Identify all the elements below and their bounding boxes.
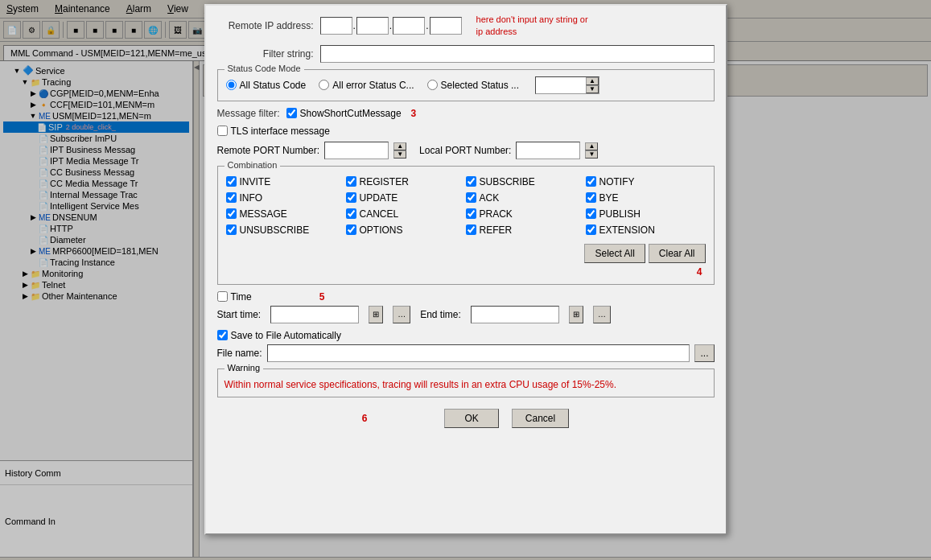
time-checkbox[interactable]: Time bbox=[217, 291, 252, 303]
remote-port-label: Remote PORT Number: bbox=[217, 145, 320, 156]
show-shortcut-input[interactable] bbox=[286, 108, 297, 118]
local-port-item: Local PORT Number: 0 ▲ ▼ bbox=[419, 142, 598, 159]
combo-register[interactable]: REGISTER bbox=[346, 176, 466, 187]
combination-num-badge-row: 4 bbox=[226, 266, 706, 278]
start-time-cal-btn[interactable]: … bbox=[393, 306, 410, 323]
combo-options-input[interactable] bbox=[346, 224, 356, 235]
combo-unsubscribe[interactable]: UNSUBSCRIBE bbox=[226, 224, 346, 236]
combo-message-input[interactable] bbox=[226, 208, 237, 219]
remote-port-down-icon[interactable]: ▼ bbox=[393, 150, 406, 159]
remote-port-input[interactable]: 0 bbox=[324, 142, 389, 159]
combo-ack[interactable]: ACK bbox=[466, 192, 586, 204]
combination-group: Combination INVITE REGISTER SUBSCRIBE NO… bbox=[217, 166, 715, 285]
start-time-input[interactable]: 17/01/2019 1 bbox=[270, 306, 359, 323]
filter-string-input[interactable] bbox=[320, 45, 715, 63]
combo-refer-input[interactable] bbox=[466, 224, 476, 235]
save-section: Save to File Automatically File name: D:… bbox=[217, 330, 715, 362]
radio-all-status[interactable]: All Status Code bbox=[226, 80, 307, 91]
combo-refer[interactable]: REFER bbox=[466, 224, 586, 236]
combo-prack[interactable]: PRACK bbox=[466, 208, 586, 220]
combo-notify-input[interactable] bbox=[586, 176, 596, 187]
time-checkbox-input[interactable] bbox=[217, 291, 228, 302]
combo-update-input[interactable] bbox=[346, 192, 356, 203]
start-time-spin-btn[interactable]: ⊞ bbox=[369, 306, 383, 323]
filter-string-label: Filter string: bbox=[217, 48, 314, 60]
end-time-cal-btn[interactable]: … bbox=[593, 306, 611, 323]
combo-ack-input[interactable] bbox=[466, 192, 476, 203]
combo-invite-input[interactable] bbox=[226, 176, 237, 187]
start-time-label: Start time: bbox=[217, 309, 262, 320]
radio-all-status-input[interactable] bbox=[226, 80, 237, 90]
ip-seg-3[interactable] bbox=[393, 17, 425, 35]
remote-ip-input-group: . . . bbox=[320, 17, 462, 35]
combo-extension[interactable]: EXTENSION bbox=[586, 224, 706, 236]
combo-notify[interactable]: NOTIFY bbox=[586, 176, 706, 187]
tls-label: TLS interface message bbox=[231, 126, 330, 137]
combo-info-input[interactable] bbox=[226, 192, 237, 203]
radio-selected-status[interactable]: Selected Status ... bbox=[427, 80, 519, 91]
combo-subscribe-input[interactable] bbox=[466, 176, 476, 187]
remote-port-up-icon[interactable]: ▲ bbox=[393, 142, 406, 150]
combo-register-input[interactable] bbox=[346, 176, 356, 187]
tls-row: TLS interface message bbox=[217, 126, 715, 137]
radio-selected-status-input[interactable] bbox=[427, 80, 438, 90]
remote-ip-note: here don't input any string or ip addres… bbox=[476, 14, 588, 39]
select-all-button[interactable]: Select All bbox=[584, 244, 645, 263]
combo-publish[interactable]: PUBLISH bbox=[586, 208, 706, 220]
clear-all-button[interactable]: Clear All bbox=[649, 244, 706, 263]
radio-all-error[interactable]: All error Status C... bbox=[319, 80, 414, 91]
ip-seg-2[interactable] bbox=[356, 17, 389, 35]
save-auto-label: Save to File Automatically bbox=[231, 330, 341, 341]
browse-button[interactable]: ... bbox=[694, 344, 714, 362]
time-row: Start time: 17/01/2019 1 ⊞ … End time: 1… bbox=[217, 306, 715, 323]
remote-port-item: Remote PORT Number: 0 ▲ ▼ bbox=[217, 142, 407, 159]
radio-all-error-input[interactable] bbox=[319, 80, 329, 90]
combo-update[interactable]: UPDATE bbox=[346, 192, 466, 204]
combo-invite[interactable]: INVITE bbox=[226, 176, 346, 187]
remote-port-spinner[interactable]: ▲ ▼ bbox=[393, 142, 406, 159]
file-name-input[interactable]: D:\HW iLMT\omu\workspace1\client\output\… bbox=[267, 344, 690, 362]
ip-seg-4[interactable] bbox=[430, 17, 462, 35]
combo-cancel-input[interactable] bbox=[346, 208, 356, 219]
message-filter-count: 3 bbox=[411, 108, 417, 119]
local-port-spinner[interactable]: ▲ ▼ bbox=[585, 142, 598, 159]
dialog-overlay: Remote IP address: . . . here don't inpu… bbox=[0, 0, 931, 560]
warning-title: Warning bbox=[225, 363, 264, 373]
save-auto-input[interactable] bbox=[217, 330, 228, 340]
file-name-label: File name: bbox=[217, 348, 262, 359]
show-shortcut-checkbox[interactable]: ShowShortCutMessage bbox=[286, 108, 402, 119]
combo-unsubscribe-input[interactable] bbox=[226, 224, 237, 235]
combo-bye-input[interactable] bbox=[586, 192, 596, 203]
local-port-down-icon[interactable]: ▼ bbox=[585, 150, 598, 159]
remote-ip-label: Remote IP address: bbox=[217, 20, 314, 31]
combo-subscribe[interactable]: SUBSCRIBE bbox=[466, 176, 586, 187]
combo-prack-input[interactable] bbox=[466, 208, 476, 219]
spin-down-icon[interactable]: ▼ bbox=[586, 85, 599, 93]
combo-info[interactable]: INFO bbox=[226, 192, 346, 204]
combo-bye[interactable]: BYE bbox=[586, 192, 706, 204]
end-time-spin-btn[interactable]: ⊞ bbox=[569, 306, 583, 323]
combo-message[interactable]: MESSAGE bbox=[226, 208, 346, 220]
local-port-up-icon[interactable]: ▲ bbox=[585, 142, 598, 150]
remote-ip-row: Remote IP address: . . . here don't inpu… bbox=[217, 14, 715, 39]
save-auto-checkbox[interactable]: Save to File Automatically bbox=[217, 330, 715, 341]
end-time-input[interactable]: 17/01/2019 1 bbox=[471, 306, 559, 323]
cancel-button[interactable]: Cancel bbox=[512, 409, 569, 428]
combo-cancel[interactable]: CANCEL bbox=[346, 208, 466, 220]
time-num-badge: 5 bbox=[319, 291, 325, 303]
ip-seg-1[interactable] bbox=[320, 17, 352, 35]
ok-button[interactable]: OK bbox=[444, 409, 498, 428]
show-shortcut-label: ShowShortCutMessage bbox=[300, 108, 402, 119]
message-filter-label: Message filter: bbox=[217, 108, 280, 119]
combo-extension-input[interactable] bbox=[586, 224, 596, 235]
status-code-spinner[interactable]: ▲ ▼ bbox=[586, 77, 599, 93]
local-port-label: Local PORT Number: bbox=[419, 145, 511, 156]
save-file-row: File name: D:\HW iLMT\omu\workspace1\cli… bbox=[217, 344, 715, 362]
local-port-input[interactable]: 0 bbox=[516, 142, 580, 159]
combo-options[interactable]: OPTIONS bbox=[346, 224, 466, 236]
tls-checkbox-input[interactable] bbox=[217, 126, 228, 136]
spin-up-icon[interactable]: ▲ bbox=[586, 77, 599, 85]
tls-checkbox[interactable]: TLS interface message bbox=[217, 126, 330, 137]
combo-publish-input[interactable] bbox=[586, 208, 596, 219]
port-row: Remote PORT Number: 0 ▲ ▼ Local PORT Num… bbox=[217, 142, 715, 159]
